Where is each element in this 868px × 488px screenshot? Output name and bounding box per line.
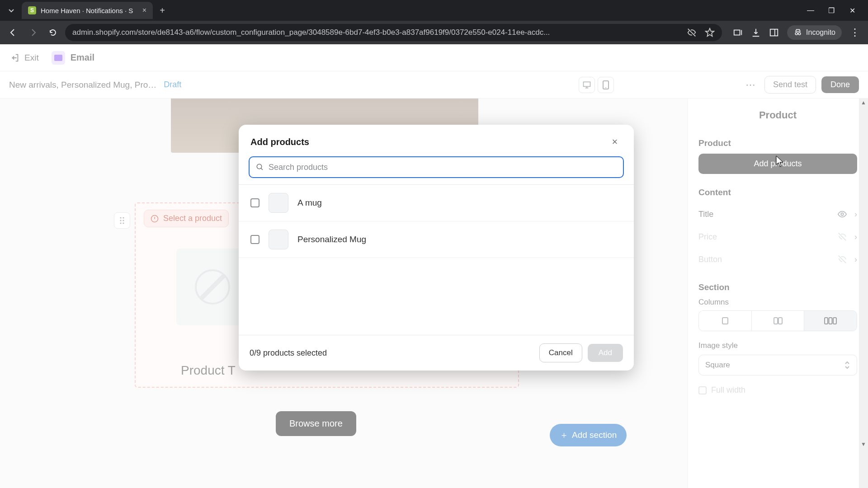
downloads-icon[interactable]: [751, 28, 761, 38]
back-button[interactable]: [5, 25, 21, 40]
eye-off-icon[interactable]: [687, 28, 697, 38]
scroll-up-arrow-icon[interactable]: ▲: [860, 99, 867, 107]
svg-point-3: [798, 33, 801, 35]
minimize-icon[interactable]: ―: [807, 6, 815, 15]
tab-strip: S Home Haven · Notifications · S × + ― ❐…: [0, 0, 868, 21]
svg-rect-0: [734, 30, 740, 35]
close-window-icon[interactable]: ✕: [848, 6, 856, 15]
add-button[interactable]: Add: [588, 344, 623, 362]
selected-count: 0/9 products selected: [250, 348, 539, 358]
product-name: A mug: [297, 198, 322, 208]
url-text: admin.shopify.com/store/de8143-a6/flow/c…: [72, 28, 681, 37]
browser-tab[interactable]: S Home Haven · Notifications · S ×: [22, 2, 153, 19]
modal-close-button[interactable]: ×: [608, 135, 622, 149]
close-tab-icon[interactable]: ×: [142, 6, 146, 14]
product-row[interactable]: A mug: [239, 185, 634, 221]
url-bar-icons: [687, 28, 715, 38]
app-root: Exit Email New arrivals, Personalized Mu…: [0, 44, 868, 488]
window-controls: ― ❐ ✕: [807, 6, 864, 15]
product-name: Personalized Mug: [297, 235, 366, 244]
product-list: A mug Personalized Mug: [239, 184, 634, 335]
browser-menu-icon[interactable]: ⋮: [850, 27, 860, 38]
add-label: Add: [599, 348, 612, 357]
forward-button[interactable]: [25, 25, 41, 40]
tab-title: Home Haven · Notifications · S: [41, 7, 138, 14]
maximize-icon[interactable]: ❐: [827, 6, 835, 15]
bookmark-star-icon[interactable]: [705, 28, 715, 38]
product-thumb: [269, 193, 288, 213]
cancel-button[interactable]: Cancel: [539, 343, 582, 362]
new-tab-button[interactable]: +: [156, 4, 169, 17]
svg-point-2: [795, 33, 797, 35]
search-input[interactable]: [269, 163, 617, 172]
product-checkbox[interactable]: [250, 198, 259, 207]
incognito-icon: [793, 28, 802, 37]
toolbar-right: Incognito ⋮: [726, 25, 863, 40]
cancel-label: Cancel: [549, 348, 573, 357]
page-scrollbar[interactable]: ▲ ▼: [859, 99, 868, 488]
incognito-label: Incognito: [806, 28, 835, 37]
shopify-favicon: S: [28, 6, 36, 14]
modal-header: Add products ×: [239, 125, 634, 156]
incognito-badge[interactable]: Incognito: [787, 25, 842, 40]
product-thumb: [269, 230, 288, 249]
browser-chrome: S Home Haven · Notifications · S × + ― ❐…: [0, 0, 868, 44]
svg-rect-1: [770, 29, 778, 36]
url-bar[interactable]: admin.shopify.com/store/de8143-a6/flow/c…: [65, 24, 722, 41]
svg-point-21: [257, 164, 262, 169]
media-control-icon[interactable]: [733, 28, 743, 38]
product-checkbox[interactable]: [250, 235, 259, 244]
scroll-down-arrow-icon[interactable]: ▼: [860, 441, 867, 448]
tab-search-dropdown[interactable]: [4, 3, 19, 18]
browser-toolbar: admin.shopify.com/store/de8143-a6/flow/c…: [0, 21, 868, 44]
modal-footer: 0/9 products selected Cancel Add: [239, 335, 634, 371]
modal-search-field[interactable]: [249, 156, 624, 178]
side-panel-icon[interactable]: [769, 28, 779, 38]
add-products-modal: Add products × A mug Personalized Mug 0: [239, 125, 634, 371]
product-row[interactable]: Personalized Mug: [239, 221, 634, 258]
reload-button[interactable]: [45, 25, 61, 40]
modal-title: Add products: [250, 137, 608, 147]
search-icon: [256, 163, 264, 171]
